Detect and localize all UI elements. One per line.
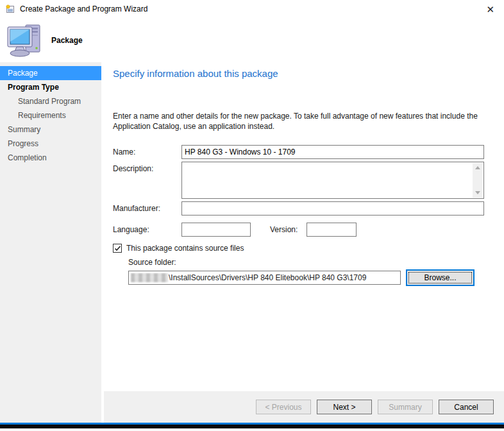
source-files-checkbox-label: This package contains source files [126,244,244,253]
scroll-up-icon[interactable] [473,163,483,173]
wizard-page-content: Specify information about this package E… [104,62,504,390]
wizard-step-nav: Package Program Type Standard Program Re… [0,62,101,423]
source-folder-path: \InstallSources\Drivers\HP 840 Elitebook… [169,273,366,282]
cancel-button[interactable]: Cancel [439,400,494,414]
browse-button[interactable]: Browse... [406,269,475,286]
summary-button: Summary [378,400,433,414]
description-textarea[interactable] [181,162,484,199]
version-input[interactable] [307,223,357,237]
name-label: Name: [113,145,181,156]
redacted-path-prefix [131,273,168,282]
language-label: Language: [113,223,181,234]
window-title: Create Package and Program Wizard [20,4,147,13]
source-folder-label: Source folder: [128,258,504,267]
page-title: Specify information about this package [113,68,504,79]
computer-package-icon [6,22,44,58]
wizard-app-icon [5,4,15,14]
language-input[interactable] [181,223,251,237]
close-icon[interactable]: ✕ [486,4,494,14]
scroll-down-icon[interactable] [473,188,483,198]
header-page-label: Package [51,36,83,45]
description-label: Description: [113,162,181,173]
sidebar-item-package[interactable]: Package [0,66,101,80]
previous-button: < Previous [256,400,311,414]
package-form: Name: Description: Manufacturer: Lan [104,145,504,237]
title-bar: Create Package and Program Wizard ✕ [0,0,504,18]
manufacturer-input[interactable] [181,201,484,216]
wizard-window: Create Package and Program Wizard ✕ Pack… [0,0,504,431]
wizard-header: Package [0,18,504,62]
checkmark-icon [114,245,121,252]
sidebar-item-completion[interactable]: Completion [0,151,101,165]
sidebar-item-progress[interactable]: Progress [0,137,101,151]
source-files-checkbox[interactable] [113,244,122,253]
wizard-footer: < Previous Next > Summary Cancel [104,391,504,423]
name-input[interactable] [181,145,484,159]
next-button[interactable]: Next > [317,400,372,414]
sidebar-item-requirements[interactable]: Requirements [0,108,101,123]
textarea-scrollbar[interactable] [473,163,483,198]
source-folder-field[interactable]: \InstallSources\Drivers\HP 840 Elitebook… [128,271,401,285]
sidebar-item-standard-program[interactable]: Standard Program [0,94,101,108]
manufacturer-label: Manufacturer: [113,201,181,213]
sidebar-item-summary[interactable]: Summary [0,123,101,137]
page-description: Enter a name and other details for the n… [113,111,478,131]
sidebar-item-program-type[interactable]: Program Type [0,80,101,94]
background-below-window [0,425,504,428]
version-label: Version: [251,223,307,234]
